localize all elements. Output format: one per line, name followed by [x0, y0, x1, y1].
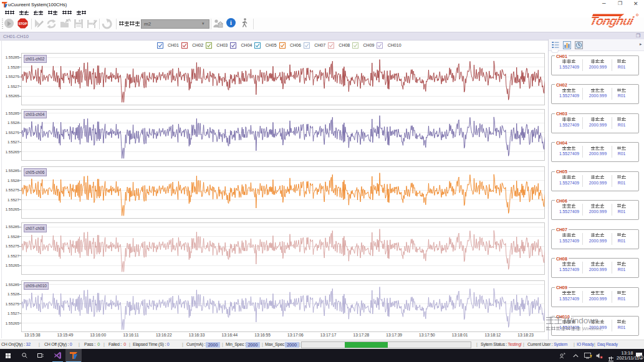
- svg-text:STOP: STOP: [19, 22, 27, 26]
- svg-text:1: 1: [640, 356, 642, 360]
- svg-text:Tonghui: Tonghui: [589, 15, 635, 28]
